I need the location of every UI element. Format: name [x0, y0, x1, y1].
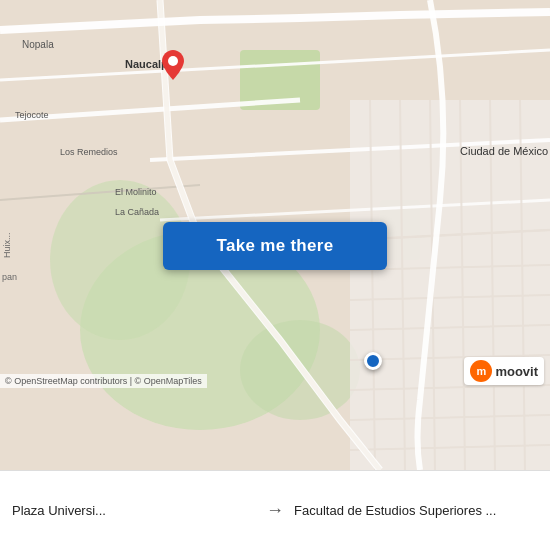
svg-text:La Cañada: La Cañada [115, 207, 159, 217]
map-attribution: © OpenStreetMap contributors | © OpenMap… [0, 374, 207, 388]
take-me-there-button[interactable]: Take me there [163, 222, 387, 270]
route-arrow-icon: → [266, 500, 284, 521]
destination-pin [162, 50, 184, 78]
moovit-logo: m moovit [464, 357, 544, 385]
map-container: Nopala Naucalpan Tejocote Los Remedios E… [0, 0, 550, 470]
svg-text:Los Remedios: Los Remedios [60, 147, 118, 157]
route-to: Facultad de Estudios Superiores ... [294, 503, 538, 518]
svg-text:El Molinito: El Molinito [115, 187, 157, 197]
moovit-logo-text: moovit [495, 364, 538, 379]
route-from: Plaza Universi... [12, 503, 256, 518]
svg-text:pan: pan [2, 272, 17, 282]
moovit-logo-icon: m [470, 360, 492, 382]
to-name: Facultad de Estudios Superiores ... [294, 503, 538, 518]
svg-point-35 [168, 56, 178, 66]
svg-text:Nopala: Nopala [22, 39, 54, 50]
svg-text:Tejocote: Tejocote [15, 110, 49, 120]
bottom-bar: Plaza Universi... → Facultad de Estudios… [0, 470, 550, 550]
app: Nopala Naucalpan Tejocote Los Remedios E… [0, 0, 550, 550]
from-name: Plaza Universi... [12, 503, 256, 518]
origin-dot [364, 352, 382, 370]
svg-text:Ciudad de México: Ciudad de México [460, 145, 548, 157]
svg-text:Huix...: Huix... [2, 232, 12, 258]
